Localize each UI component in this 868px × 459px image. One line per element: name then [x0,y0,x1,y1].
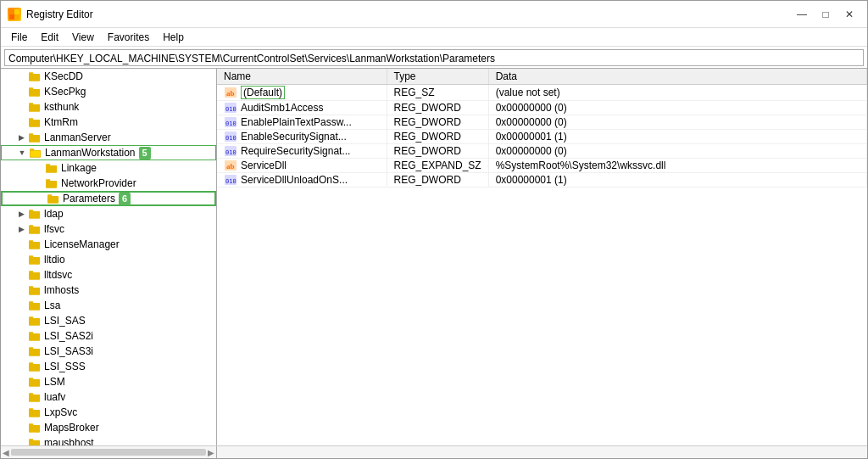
tree-item-mausbhost[interactable]: mausbhost [1,435,216,445]
expand-ldap[interactable]: ▶ [14,206,28,221]
tree-item-lxpsvc[interactable]: LxpSvc [1,405,216,420]
table-row[interactable]: ab (Default) REG_SZ (value not set) [217,85,867,101]
expand-linkage[interactable] [31,160,45,176]
tree-item-licensemanager[interactable]: LicenseManager [1,237,216,252]
tree-horizontal-scrollbar[interactable]: ◀ ▶ [1,446,217,458]
menu-file[interactable]: File [4,30,34,45]
expand-ksthunk[interactable] [14,99,28,115]
tree-item-lsm[interactable]: LSM [1,374,216,389]
tree-item-lsi-sas2i[interactable]: LSI_SAS2i [1,328,216,344]
tree-item-lmhosts[interactable]: lmhosts [1,283,216,298]
expand-lsi-sas[interactable] [14,313,28,328]
maximize-button[interactable]: □ [815,6,837,23]
expand-luafv[interactable] [14,389,28,405]
expand-lfsvc[interactable]: ▶ [14,221,28,237]
tree-label-parameters: Parameters [63,191,115,206]
expand-lsm[interactable] [14,374,28,389]
table-row[interactable]: 010 EnablePlainTextPassw... REG_DWORD 0x… [217,115,867,130]
expand-lsi-sss[interactable] [14,359,28,374]
table-row[interactable]: 010 ServiceDllUnloadOnS... REG_DWORD 0x0… [217,173,867,188]
col-data[interactable]: Data [488,69,866,85]
expand-networkprovider[interactable] [31,176,45,191]
tree-label-lltdio: lltdio [44,252,65,267]
col-name[interactable]: Name [217,69,387,85]
scroll-left[interactable]: ◀ [3,448,9,457]
expand-ktmrm[interactable] [14,115,28,130]
tree-item-ktmrm[interactable]: KtmRm [1,115,216,130]
tree-item-mapsbroker[interactable]: MapsBroker [1,420,216,435]
tree-item-ksecdd[interactable]: KSecDD [1,69,216,84]
svg-rect-21 [47,196,58,204]
folder-icon [28,269,42,281]
bottom-bar: ◀ ▶ [1,445,867,458]
scroll-right[interactable]: ▶ [208,448,214,457]
tree-item-networkprovider[interactable]: NetworkProvider [1,176,216,191]
svg-rect-4 [29,74,40,81]
expand-lanmanworkstation[interactable]: ▼ [15,145,29,160]
expand-lmhosts[interactable] [14,283,28,298]
menu-view[interactable]: View [65,30,101,45]
tree-item-ksthunk[interactable]: ksthunk [1,99,216,115]
row-name-enableplain: 010 EnablePlainTextPassw... [217,115,387,130]
table-row[interactable]: 010 EnableSecuritySignat... REG_DWORD 0x… [217,130,867,144]
folder-icon [28,406,42,418]
folder-icon [28,437,42,445]
svg-rect-39 [29,333,40,341]
menu-help[interactable]: Help [156,30,191,45]
row-name-default: ab (Default) [217,85,387,101]
detail-pane[interactable]: Name Type Data ab [217,69,867,445]
tree-item-lsa[interactable]: Lsa [1,298,216,313]
expand-parameters[interactable] [33,191,47,206]
tree-item-lsi-sas[interactable]: LSI_SAS [1,313,216,328]
svg-rect-7 [29,87,33,90]
tree-item-parameters[interactable]: Parameters 6 [1,191,216,206]
expand-mausbhost[interactable] [14,435,28,445]
scroll-thumb[interactable] [11,449,206,456]
svg-rect-19 [46,181,57,188]
row-data-enableplain: 0x00000000 (0) [488,115,866,130]
tree-item-ldap[interactable]: ▶ ldap [1,206,216,221]
tree-item-lltdio[interactable]: lltdio [1,252,216,267]
expand-lanmanserver[interactable]: ▶ [14,130,28,145]
tree-item-ksecpkg[interactable]: KSecPkg [1,84,216,99]
expand-lsi-sas3i[interactable] [14,344,28,359]
tree-item-lanmanserver[interactable]: ▶ LanmanServer [1,130,216,145]
svg-rect-33 [29,288,40,295]
expand-lltdio[interactable] [14,252,28,267]
tree-label-lsm: LSM [44,374,65,389]
folder-icon [28,86,42,98]
expand-lxpsvc[interactable] [14,405,28,420]
row-name-servicedll: ab ServiceDll [217,159,387,173]
expand-mapsbroker[interactable] [14,420,28,435]
tree-item-lltdsvc[interactable]: lltdsvc [1,267,216,283]
tree-pane[interactable]: KSecDD KSecPkg [1,69,217,445]
svg-rect-44 [29,362,33,365]
tree-item-lanmanworkstation[interactable]: ▼ LanmanWorkstation 5 [1,145,216,160]
tree-item-lsi-sss[interactable]: LSI_SSS [1,359,216,374]
svg-rect-17 [46,165,57,173]
svg-rect-3 [14,14,19,20]
expand-lltdsvc[interactable] [14,267,28,283]
address-path[interactable]: Computer\HKEY_LOCAL_MACHINE\SYSTEM\Curre… [4,49,864,66]
folder-icon [28,361,42,372]
svg-rect-27 [29,242,40,249]
col-type[interactable]: Type [387,69,488,85]
menu-edit[interactable]: Edit [34,30,65,45]
table-row[interactable]: 010 RequireSecuritySignat... REG_DWORD 0… [217,144,867,159]
expand-lsa[interactable] [14,298,28,313]
bin-icon: 010 [224,145,237,157]
table-row[interactable]: ab ServiceDll REG_EXPAND_SZ %SystemRoot%… [217,159,867,173]
close-button[interactable]: ✕ [838,6,860,23]
tree-item-linkage[interactable]: Linkage [1,160,216,176]
menu-favorites[interactable]: Favorites [101,30,156,45]
expand-ksecpkg[interactable] [14,84,28,99]
folder-icon-open [29,147,42,159]
tree-item-lsi-sas3i[interactable]: LSI_SAS3i [1,344,216,359]
tree-item-luafv[interactable]: luafv [1,389,216,405]
expand-lsi-sas2i[interactable] [14,328,28,344]
minimize-button[interactable]: — [791,6,813,23]
expand-ksecdd[interactable] [14,69,28,84]
table-row[interactable]: 010 AuditSmb1Access REG_DWORD 0x00000000… [217,101,867,115]
tree-item-lfsvc[interactable]: ▶ lfsvc [1,221,216,237]
expand-licensemanager[interactable] [14,237,28,252]
